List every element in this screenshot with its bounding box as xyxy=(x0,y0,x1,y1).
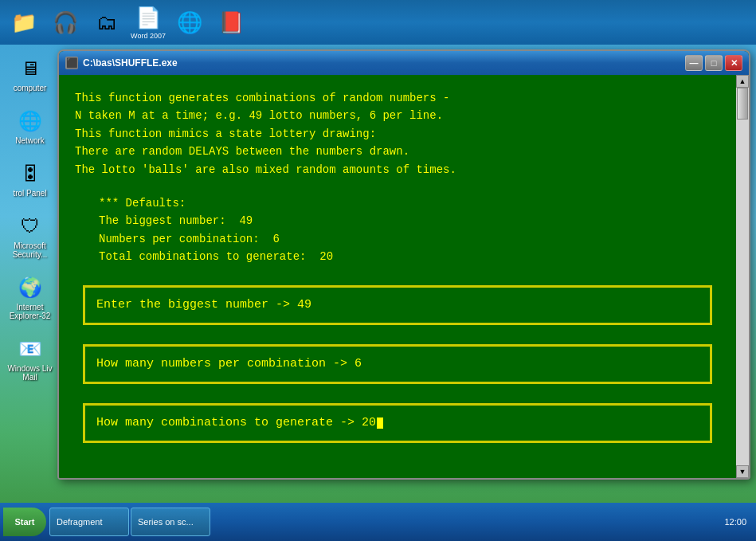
network-icon: 🌐 xyxy=(18,108,43,134)
word-icon: 📄 xyxy=(135,6,161,30)
prompt1-container: Enter the biggest number -> 49 xyxy=(83,285,712,325)
taskbar-icon-files[interactable]: 🗂 xyxy=(89,5,124,40)
window-content: This function generates combinations of … xyxy=(59,75,736,478)
taskbar: Start Defragment Series on sc... 12:00 xyxy=(0,503,756,541)
prompt2-container: How many numbers per combination -> 6 xyxy=(83,344,712,384)
taskbar-right: 12:00 xyxy=(718,517,753,527)
ie-icon: 🌍 xyxy=(18,275,43,300)
prompt1-box[interactable]: Enter the biggest number -> 49 xyxy=(83,285,712,325)
mail-label: Windows Liv Mail xyxy=(5,364,56,382)
intro-line-3: This function mimics a state lottery dra… xyxy=(75,125,720,143)
computer-label: computer xyxy=(14,84,47,92)
prompt1-text: Enter the biggest number -> 49 xyxy=(96,296,311,315)
audio-icon: 🎧 xyxy=(53,10,78,35)
default-numbers-per-combination: Numbers per combination: 6 xyxy=(99,230,720,248)
window-app-icon: ⬛ xyxy=(65,57,78,69)
scrollbar-thumb[interactable] xyxy=(737,88,748,120)
network-label: Network xyxy=(15,136,45,145)
clock: 12:00 xyxy=(724,517,746,527)
control-panel-label: trol Panel xyxy=(13,189,46,198)
taskbar-items: Defragment Series on sc... xyxy=(49,508,718,536)
taskbar-icon-browser[interactable]: 🌐 xyxy=(172,5,207,40)
shuffle-exe-window: ⬛ C:\bas\SHUFFLE.exe — □ ✕ This function… xyxy=(57,49,750,480)
pdf-icon: 📕 xyxy=(218,10,244,35)
minimize-button[interactable]: — xyxy=(685,55,703,71)
window-body: This function generates combinations of … xyxy=(59,75,749,478)
window-titlebar[interactable]: ⬛ C:\bas\SHUFFLE.exe — □ ✕ xyxy=(59,51,749,75)
taskbar-icon-word[interactable]: 📄 Word 2007 xyxy=(131,5,166,40)
taskbar-item-defragment[interactable]: Defragment xyxy=(49,508,129,536)
prompt3-container: How many combinations to generate -> 20 xyxy=(83,403,712,443)
ie-label: Internet Explorer-32 xyxy=(5,303,56,320)
computer-icon: 🖥 xyxy=(18,56,43,81)
prompt3-text: How many combinations to generate -> 20 xyxy=(96,414,376,433)
start-button[interactable]: Start xyxy=(3,508,46,536)
defaults-block: *** Defaults: The biggest number: 49 Num… xyxy=(99,194,720,266)
files-icon: 🗂 xyxy=(96,10,117,35)
desktop-icon-internet-explorer[interactable]: 🌍 Internet Explorer-32 xyxy=(5,275,56,320)
start-label: Start xyxy=(14,517,34,527)
maximize-button[interactable]: □ xyxy=(705,55,723,71)
intro-line-2: N taken M at a time; e.g. 49 lotto numbe… xyxy=(75,107,720,124)
folder-icon: 📁 xyxy=(11,10,37,35)
defragment-label: Defragment xyxy=(57,517,102,527)
scrollbar-down[interactable]: ▼ xyxy=(736,465,749,478)
desktop-icons: 🖥 computer 🌐 Network 🎛 trol Panel 🛡 Micr… xyxy=(0,0,60,494)
desktop-icon-windows-live-mail[interactable]: 📧 Windows Liv Mail xyxy=(5,336,56,382)
scrollbar-up[interactable]: ▲ xyxy=(736,75,749,88)
control-panel-icon: 🎛 xyxy=(18,161,43,186)
defaults-header: *** Defaults: xyxy=(99,194,720,212)
taskbar-icon-folder[interactable]: 📁 xyxy=(6,5,41,40)
word-label: Word 2007 xyxy=(131,32,166,40)
intro-line-5: The lotto 'balls' are also mixed random … xyxy=(75,161,720,178)
desktop-icon-computer[interactable]: 🖥 computer xyxy=(5,56,56,92)
close-button[interactable]: ✕ xyxy=(725,55,742,71)
window-title: C:\bas\SHUFFLE.exe xyxy=(83,57,680,69)
taskbar-icon-audio[interactable]: 🎧 xyxy=(48,5,83,40)
desktop-icon-network[interactable]: 🌐 Network xyxy=(5,108,56,145)
scrollbar-track[interactable] xyxy=(736,88,749,465)
cursor xyxy=(377,418,383,429)
browser-icon: 🌐 xyxy=(177,10,202,35)
prompt2-text: How many numbers per combination -> 6 xyxy=(96,355,362,374)
default-biggest-number: The biggest number: 49 xyxy=(99,212,720,229)
prompt2-box[interactable]: How many numbers per combination -> 6 xyxy=(83,344,712,384)
mail-icon: 📧 xyxy=(18,336,43,362)
security-label: Microsoft Security... xyxy=(5,241,56,259)
window-controls: — □ ✕ xyxy=(685,55,742,71)
scrollbar[interactable]: ▲ ▼ xyxy=(736,75,749,478)
desktop-icon-microsoft-security[interactable]: 🛡 Microsoft Security... xyxy=(5,214,56,259)
intro-line-1: This function generates combinations of … xyxy=(75,89,720,107)
prompt3-box[interactable]: How many combinations to generate -> 20 xyxy=(83,403,712,443)
intro-block: This function generates combinations of … xyxy=(75,89,720,178)
desktop-icon-control-panel[interactable]: 🎛 trol Panel xyxy=(5,161,56,198)
intro-line-4: There are random DELAYS between the numb… xyxy=(75,143,720,160)
default-total-combinations: Total combinations to generate: 20 xyxy=(99,248,720,265)
taskbar-icon-pdf[interactable]: 📕 xyxy=(213,5,249,40)
security-icon: 🛡 xyxy=(18,214,43,239)
series-label: Series on sc... xyxy=(138,517,194,527)
top-taskbar: 📁 🎧 🗂 📄 Word 2007 🌐 📕 xyxy=(0,0,756,45)
taskbar-item-series[interactable]: Series on sc... xyxy=(131,508,210,536)
